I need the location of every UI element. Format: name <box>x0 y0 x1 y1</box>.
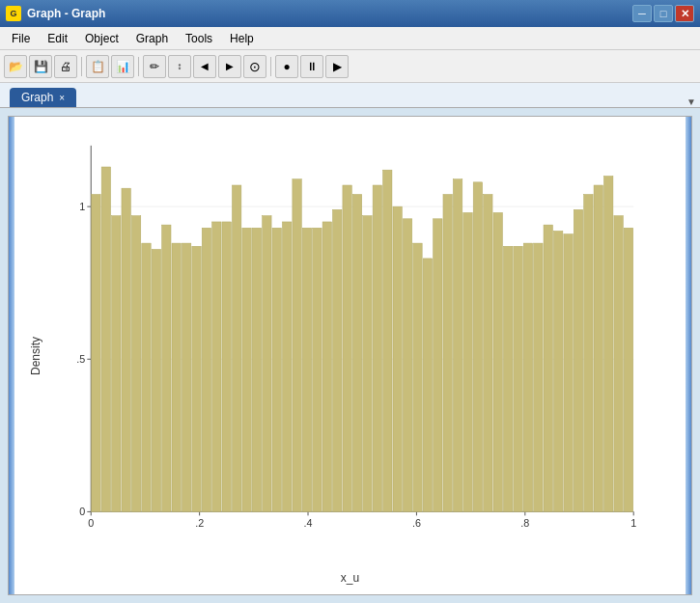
close-button[interactable]: ✕ <box>675 5 694 22</box>
svg-rect-72 <box>584 194 593 511</box>
svg-rect-76 <box>624 228 632 511</box>
toolbar-chart-button[interactable]: 📊 <box>111 55 134 78</box>
svg-text:.4: .4 <box>304 517 313 529</box>
svg-rect-54 <box>403 219 411 512</box>
svg-rect-27 <box>131 216 140 512</box>
svg-rect-38 <box>242 228 251 511</box>
x-axis-label: x_u <box>341 571 359 585</box>
svg-rect-66 <box>523 243 532 511</box>
svg-rect-28 <box>142 243 151 511</box>
svg-rect-49 <box>352 194 361 511</box>
svg-rect-56 <box>423 259 432 512</box>
svg-rect-52 <box>383 170 392 511</box>
svg-rect-45 <box>313 228 322 511</box>
svg-text:.8: .8 <box>520 517 529 529</box>
svg-rect-67 <box>534 243 543 511</box>
svg-rect-33 <box>192 246 201 511</box>
svg-rect-39 <box>252 228 261 511</box>
svg-rect-75 <box>614 216 623 512</box>
svg-rect-26 <box>122 188 130 511</box>
svg-text:0: 0 <box>88 517 94 529</box>
svg-rect-68 <box>544 225 552 511</box>
tab-area: Graph × ▼ <box>0 83 700 108</box>
chart-container: Density 0.510.2.4.6.81 x_u <box>8 116 692 595</box>
menu-edit[interactable]: Edit <box>40 30 75 47</box>
svg-rect-31 <box>172 243 181 511</box>
svg-rect-63 <box>493 212 502 511</box>
toolbar-copy-button[interactable]: 📋 <box>86 55 109 78</box>
svg-text:1: 1 <box>630 517 636 529</box>
svg-rect-50 <box>363 216 372 512</box>
toolbar-separator-3 <box>270 57 271 76</box>
title-bar: G Graph - Graph ─ □ ✕ <box>0 0 700 27</box>
svg-rect-58 <box>443 194 452 511</box>
toolbar-save-button[interactable]: 💾 <box>29 55 52 78</box>
chart-inner: Density 0.510.2.4.6.81 x_u <box>9 117 691 594</box>
svg-rect-65 <box>514 246 522 511</box>
svg-rect-35 <box>212 222 221 511</box>
svg-rect-55 <box>413 243 422 511</box>
svg-rect-71 <box>574 209 582 511</box>
svg-rect-36 <box>222 222 231 511</box>
menu-help[interactable]: Help <box>222 30 262 47</box>
svg-text:.2: .2 <box>195 517 204 529</box>
maximize-button[interactable]: □ <box>654 5 673 22</box>
menu-bar: File Edit Object Graph Tools Help <box>0 27 700 50</box>
svg-rect-37 <box>232 185 240 511</box>
toolbar-right-button[interactable]: ▶ <box>218 55 241 78</box>
minimize-button[interactable]: ─ <box>632 5 652 22</box>
svg-rect-47 <box>332 209 341 511</box>
toolbar-separator-1 <box>81 57 82 76</box>
svg-rect-25 <box>112 216 121 512</box>
svg-rect-53 <box>393 206 402 511</box>
graph-tab[interactable]: Graph × <box>10 88 76 107</box>
svg-rect-46 <box>322 222 331 511</box>
svg-rect-62 <box>484 194 492 511</box>
toolbar-edit-button[interactable]: ✏ <box>143 55 166 78</box>
svg-text:.6: .6 <box>412 517 421 529</box>
toolbar-separator-2 <box>138 57 139 76</box>
svg-rect-23 <box>92 194 100 511</box>
svg-rect-60 <box>463 212 472 511</box>
svg-rect-57 <box>434 219 442 512</box>
svg-rect-73 <box>594 185 602 511</box>
toolbar-circle-button[interactable]: ● <box>275 55 298 78</box>
menu-object[interactable]: Object <box>77 30 126 47</box>
tab-close-button[interactable]: × <box>59 93 65 103</box>
svg-rect-29 <box>152 249 160 511</box>
svg-rect-41 <box>272 228 281 511</box>
svg-rect-40 <box>263 216 271 512</box>
svg-rect-32 <box>182 243 190 511</box>
svg-rect-30 <box>162 225 171 511</box>
svg-rect-61 <box>473 182 482 512</box>
svg-rect-74 <box>603 177 612 512</box>
svg-rect-24 <box>101 167 110 511</box>
svg-rect-69 <box>553 231 562 511</box>
svg-rect-44 <box>302 228 311 511</box>
menu-tools[interactable]: Tools <box>178 30 220 47</box>
toolbar-resize-button[interactable]: ↕ <box>168 55 191 78</box>
window-title: Graph - Graph <box>27 7 105 20</box>
svg-rect-48 <box>343 185 351 511</box>
toolbar-left-button[interactable]: ◀ <box>193 55 216 78</box>
svg-rect-42 <box>282 222 291 511</box>
main-content: Density 0.510.2.4.6.81 x_u <box>0 108 700 603</box>
toolbar-print-button[interactable]: 🖨 <box>54 55 77 78</box>
toolbar-select-button[interactable]: ⊙ <box>243 55 266 78</box>
tab-label: Graph <box>21 91 53 104</box>
toolbar-play-button[interactable]: ▶ <box>325 55 349 78</box>
svg-text:.5: .5 <box>76 353 85 365</box>
menu-file[interactable]: File <box>4 30 38 47</box>
toolbar-pause-button[interactable]: ⏸ <box>300 55 323 78</box>
svg-rect-43 <box>293 179 301 512</box>
svg-rect-34 <box>202 228 210 511</box>
app-icon: G <box>6 6 21 21</box>
toolbar-open-button[interactable]: 📂 <box>4 55 27 78</box>
svg-rect-64 <box>503 246 512 511</box>
menu-graph[interactable]: Graph <box>128 30 176 47</box>
tab-dropdown-arrow[interactable]: ▼ <box>686 96 696 107</box>
toolbar: 📂 💾 🖨 📋 📊 ✏ ↕ ◀ ▶ ⊙ ● ⏸ ▶ <box>0 50 700 83</box>
svg-text:0: 0 <box>79 506 85 517</box>
histogram-chart: 0.510.2.4.6.81 <box>57 136 643 546</box>
svg-rect-51 <box>373 185 381 511</box>
